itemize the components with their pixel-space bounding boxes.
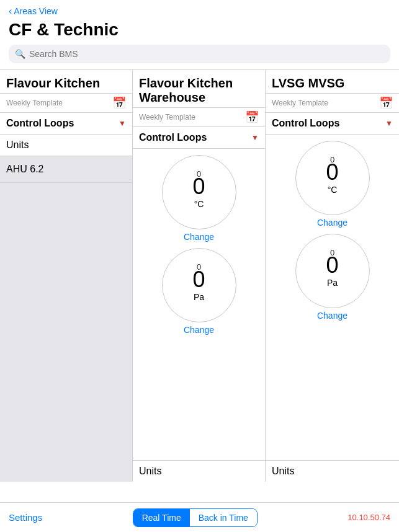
col1-control-loops-label: Control Loops	[6, 118, 74, 129]
realtime-group: Real Time Back in Time	[133, 508, 258, 527]
col2-gauge-2-change[interactable]: Change	[184, 325, 214, 335]
column-flavour-kitchen: Flavour Kitchen Weekly Template 📅 Contro…	[0, 70, 133, 482]
column-lvsg-mvsg: LVSG MVSG Weekly Template 📅 Control Loop…	[266, 70, 399, 482]
settings-link[interactable]: Settings	[9, 512, 42, 523]
col3-gauge-1: 0 0 °C Change	[295, 141, 370, 228]
col2-gauge-1-unit: °C	[194, 199, 204, 209]
col3-gauge-2-circle: 0 0 Pa	[295, 234, 370, 308]
col2-gauges-area: 0 0 °C Change 0 0 Pa Change	[133, 149, 265, 460]
col3-gauge-1-circle: 0 0 °C	[295, 141, 370, 215]
col3-control-loops-row[interactable]: Control Loops ▼	[266, 113, 399, 135]
search-icon: 🔍	[15, 49, 25, 59]
col3-dropdown-arrow: ▼	[385, 119, 393, 128]
col1-calendar-icon[interactable]: 📅	[112, 96, 126, 110]
col2-gauge-2: 0 0 Pa Change	[162, 248, 236, 335]
col3-title: LVSG MVSG	[272, 76, 393, 91]
col2-gauge-1-circle: 0 0 °C	[162, 155, 236, 229]
col2-gauge-1-large-val: 0	[192, 175, 205, 198]
col2-control-loops-label: Control Loops	[139, 132, 207, 143]
col3-gauge-1-small-val: 0	[330, 155, 334, 164]
col2-gauge-2-large-val: 0	[192, 268, 205, 291]
col1-weekly-label: Weekly Template	[6, 99, 63, 107]
col3-calendar-icon[interactable]: 📅	[379, 96, 393, 110]
col2-gauge-1: 0 0 °C Change	[162, 155, 236, 242]
col3-gauge-2-small-val: 0	[330, 248, 334, 257]
col3-units-label: Units	[272, 466, 294, 476]
col2-gauge-2-small-val: 0	[197, 262, 201, 272]
col3-header: LVSG MVSG	[266, 70, 399, 94]
page-title: CF & Technic	[0, 19, 399, 45]
search-input[interactable]	[29, 49, 384, 59]
col1-header: Flavour Kitchen	[0, 70, 132, 94]
col3-gauge-1-large-val: 0	[326, 161, 338, 184]
col2-content: 0 0 °C Change 0 0 Pa Change U	[133, 149, 265, 482]
col2-header: Flavour Kitchen Warehouse	[133, 70, 265, 108]
col2-weekly-label: Weekly Template	[139, 113, 195, 122]
col1-empty-area	[0, 183, 132, 482]
column-flavour-kitchen-warehouse: Flavour Kitchen Warehouse Weekly Templat…	[133, 70, 266, 482]
col2-title: Flavour Kitchen Warehouse	[139, 76, 259, 105]
col2-control-loops-row[interactable]: Control Loops ▼	[133, 127, 265, 149]
ip-label: 10.10.50.74	[347, 513, 390, 522]
col3-gauges-area: 0 0 °C Change 0 0 Pa Change	[266, 135, 399, 460]
col1-units-row: Units	[0, 135, 132, 156]
col1-list-item[interactable]: AHU 6.2	[0, 156, 132, 183]
columns-wrapper: Flavour Kitchen Weekly Template 📅 Contro…	[0, 69, 399, 482]
search-bar: 🔍	[9, 45, 390, 63]
col3-control-loops-label: Control Loops	[272, 118, 339, 129]
col2-dropdown-arrow: ▼	[251, 133, 259, 142]
back-chevron-icon: ‹	[9, 6, 12, 16]
col3-subheader: Weekly Template 📅	[266, 94, 399, 113]
backintime-button[interactable]: Back in Time	[190, 509, 257, 526]
col1-dropdown-arrow: ▼	[119, 119, 126, 128]
col3-bottom-units: Units	[266, 460, 399, 482]
col1-subheader: Weekly Template 📅	[0, 94, 132, 113]
col2-gauge-2-circle: 0 0 Pa	[162, 248, 236, 322]
top-nav: ‹ Areas View	[0, 0, 399, 19]
col3-gauge-2-unit: Pa	[327, 278, 338, 288]
col2-gauge-1-small-val: 0	[197, 169, 201, 179]
col3-gauge-1-change[interactable]: Change	[317, 218, 347, 228]
back-button[interactable]: ‹ Areas View	[9, 6, 58, 16]
col1-control-loops-row[interactable]: Control Loops ▼	[0, 113, 132, 135]
col2-units-label: Units	[139, 466, 161, 476]
col2-subheader: Weekly Template 📅	[133, 108, 265, 127]
col2-gauge-2-unit: Pa	[194, 292, 204, 302]
col1-title: Flavour Kitchen	[6, 76, 126, 91]
col2-calendar-icon[interactable]: 📅	[245, 110, 259, 124]
bottom-bar: Settings Real Time Back in Time 10.10.50…	[0, 502, 399, 532]
back-label: Areas View	[14, 6, 58, 16]
col3-gauge-2-change[interactable]: Change	[317, 311, 347, 321]
col1-units-label: Units	[6, 140, 29, 150]
col3-weekly-label: Weekly Template	[272, 99, 328, 107]
col2-bottom-units: Units	[133, 460, 265, 482]
realtime-button[interactable]: Real Time	[133, 509, 190, 526]
col3-gauge-1-unit: °C	[328, 185, 338, 195]
col2-gauge-1-change[interactable]: Change	[184, 232, 214, 242]
col3-content: 0 0 °C Change 0 0 Pa Change U	[266, 135, 399, 482]
col3-gauge-2: 0 0 Pa Change	[295, 234, 370, 321]
col3-gauge-2-large-val: 0	[326, 254, 338, 277]
